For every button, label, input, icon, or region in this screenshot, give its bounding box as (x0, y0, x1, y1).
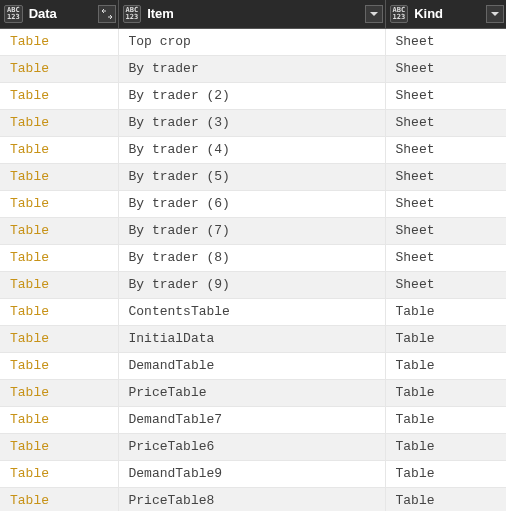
type-icon: ABC 123 (4, 5, 23, 23)
cell-item[interactable]: DemandTable7 (118, 406, 385, 433)
table-row[interactable]: TableBy trader (7)Sheet (0, 217, 506, 244)
cell-data[interactable]: Table (0, 217, 118, 244)
cell-kind[interactable]: Table (385, 325, 506, 352)
cell-data[interactable]: Table (0, 28, 118, 55)
cell-item[interactable]: By trader (6) (118, 190, 385, 217)
cell-item[interactable]: Top crop (118, 28, 385, 55)
cell-data[interactable]: Table (0, 460, 118, 487)
table-row[interactable]: TableBy traderSheet (0, 55, 506, 82)
cell-kind[interactable]: Sheet (385, 109, 506, 136)
cell-kind[interactable]: Sheet (385, 190, 506, 217)
table-row[interactable]: TableContentsTableTable (0, 298, 506, 325)
cell-data[interactable]: Table (0, 271, 118, 298)
cell-item[interactable]: By trader (2) (118, 82, 385, 109)
chevron-down-icon[interactable] (365, 5, 383, 23)
cell-kind[interactable]: Sheet (385, 271, 506, 298)
cell-data[interactable]: Table (0, 352, 118, 379)
table-row[interactable]: TableBy trader (4)Sheet (0, 136, 506, 163)
header-label: Data (29, 6, 96, 21)
cell-kind[interactable]: Sheet (385, 244, 506, 271)
header-item[interactable]: ABC 123 Item (118, 0, 385, 28)
cell-data[interactable]: Table (0, 487, 118, 511)
cell-data[interactable]: Table (0, 109, 118, 136)
cell-data[interactable]: Table (0, 325, 118, 352)
table-row[interactable]: TableDemandTable9Table (0, 460, 506, 487)
header-label: Kind (414, 6, 483, 21)
cell-item[interactable]: By trader (5) (118, 163, 385, 190)
cell-kind[interactable]: Table (385, 352, 506, 379)
cell-item[interactable]: PriceTable (118, 379, 385, 406)
cell-item[interactable]: PriceTable6 (118, 433, 385, 460)
table-row[interactable]: TableDemandTable7Table (0, 406, 506, 433)
table-row[interactable]: TablePriceTable6Table (0, 433, 506, 460)
cell-data[interactable]: Table (0, 379, 118, 406)
cell-kind[interactable]: Table (385, 298, 506, 325)
table-row[interactable]: TablePriceTableTable (0, 379, 506, 406)
table-row[interactable]: TableBy trader (2)Sheet (0, 82, 506, 109)
cell-kind[interactable]: Sheet (385, 28, 506, 55)
cell-data[interactable]: Table (0, 433, 118, 460)
header-row: ABC 123 Data ABC 123 (0, 0, 506, 28)
cell-item[interactable]: PriceTable8 (118, 487, 385, 511)
table-row[interactable]: TableBy trader (9)Sheet (0, 271, 506, 298)
cell-data[interactable]: Table (0, 298, 118, 325)
table-row[interactable]: TableBy trader (5)Sheet (0, 163, 506, 190)
cell-item[interactable]: By trader (8) (118, 244, 385, 271)
cell-data[interactable]: Table (0, 190, 118, 217)
header-kind[interactable]: ABC 123 Kind (385, 0, 506, 28)
table-row[interactable]: TableBy trader (3)Sheet (0, 109, 506, 136)
table-row[interactable]: TableBy trader (8)Sheet (0, 244, 506, 271)
type-icon: ABC 123 (123, 5, 142, 23)
cell-item[interactable]: By trader (7) (118, 217, 385, 244)
cell-item[interactable]: By trader (3) (118, 109, 385, 136)
table-row[interactable]: TableInitialDataTable (0, 325, 506, 352)
cell-data[interactable]: Table (0, 136, 118, 163)
type-icon: ABC 123 (390, 5, 409, 23)
cell-kind[interactable]: Table (385, 487, 506, 511)
cell-item[interactable]: By trader (9) (118, 271, 385, 298)
cell-item[interactable]: InitialData (118, 325, 385, 352)
table-row[interactable]: TableDemandTableTable (0, 352, 506, 379)
cell-data[interactable]: Table (0, 244, 118, 271)
cell-item[interactable]: By trader (118, 55, 385, 82)
cell-kind[interactable]: Table (385, 406, 506, 433)
cell-kind[interactable]: Table (385, 460, 506, 487)
cell-kind[interactable]: Table (385, 379, 506, 406)
cell-kind[interactable]: Sheet (385, 136, 506, 163)
cell-item[interactable]: DemandTable9 (118, 460, 385, 487)
table-row[interactable]: TablePriceTable8Table (0, 487, 506, 511)
cell-item[interactable]: ContentsTable (118, 298, 385, 325)
cell-data[interactable]: Table (0, 163, 118, 190)
cell-item[interactable]: By trader (4) (118, 136, 385, 163)
cell-item[interactable]: DemandTable (118, 352, 385, 379)
cell-kind[interactable]: Sheet (385, 55, 506, 82)
expand-icon[interactable] (98, 5, 116, 23)
cell-kind[interactable]: Sheet (385, 163, 506, 190)
chevron-down-icon[interactable] (486, 5, 504, 23)
header-data[interactable]: ABC 123 Data (0, 0, 118, 28)
header-label: Item (147, 6, 362, 21)
data-grid: ABC 123 Data ABC 123 (0, 0, 506, 511)
cell-kind[interactable]: Table (385, 433, 506, 460)
table-row[interactable]: TableBy trader (6)Sheet (0, 190, 506, 217)
cell-data[interactable]: Table (0, 55, 118, 82)
cell-kind[interactable]: Sheet (385, 217, 506, 244)
cell-data[interactable]: Table (0, 406, 118, 433)
table-row[interactable]: TableTop cropSheet (0, 28, 506, 55)
cell-data[interactable]: Table (0, 82, 118, 109)
cell-kind[interactable]: Sheet (385, 82, 506, 109)
